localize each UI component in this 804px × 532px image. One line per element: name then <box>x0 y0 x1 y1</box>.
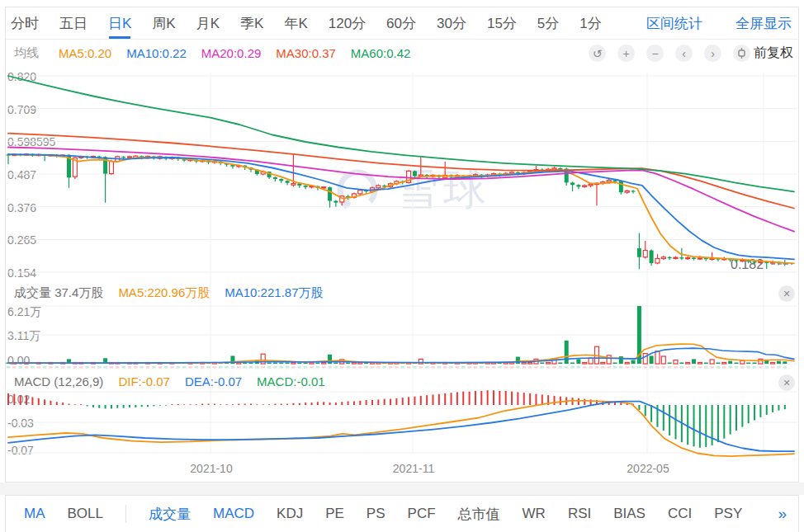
indicator-tab-BIAS[interactable]: BIAS <box>613 506 646 522</box>
chart-card: 分时五日日K周K月K季K年K120分60分30分15分5分1分 区间统计全屏显示… <box>5 7 799 483</box>
price-axis-tick: 0.265 <box>7 233 36 247</box>
indicator-tab-总市值[interactable]: 总市值 <box>458 505 500 524</box>
indicator-tab-MACD[interactable]: MACD <box>213 506 254 522</box>
panel-gap <box>0 483 804 495</box>
indicator-tab-WR[interactable]: WR <box>523 506 546 522</box>
tab-divider <box>125 505 126 523</box>
price-axis-tick: 0.154 <box>7 266 36 280</box>
indicator-tab-BOLL[interactable]: BOLL <box>68 506 103 522</box>
volume-axis-tick: 6.21万 <box>7 305 41 320</box>
time-axis-label: 2022-05 <box>627 462 669 475</box>
macd-axis-tick: 0.02 <box>7 393 30 406</box>
macd-axis-tick: -0.07 <box>7 444 34 457</box>
price-axis-tick: 0.487 <box>7 168 36 181</box>
macd-axis-tick: -0.03 <box>7 417 34 430</box>
price-axis-tick: 0.709 <box>7 103 36 116</box>
indicator-tab-bar: MABOLL成交量MACDKDJPEPSPCF总市值WRRSIBIASCCIPS… <box>5 495 799 532</box>
indicator-tab-PE[interactable]: PE <box>325 506 344 522</box>
price-axis-tick: 0.598595 <box>7 135 55 148</box>
indicator-tab-KDJ[interactable]: KDJ <box>277 506 303 522</box>
time-axis-label: 2021-11 <box>393 462 434 475</box>
indicator-tab-PS[interactable]: PS <box>367 506 385 522</box>
volume-axis-tick: 0.00 <box>7 354 30 367</box>
indicator-tab-MA[interactable]: MA <box>24 506 45 522</box>
indicator-tabs: MABOLL成交量MACDKDJPEPSPCF总市值WRRSIBIASCCIPS… <box>24 505 764 524</box>
axis-labels-layer: 0.8200.7090.5985950.4870.3760.2650.1546.… <box>6 7 798 482</box>
more-indicators-button[interactable]: » <box>778 505 787 523</box>
volume-axis-tick: 3.11万 <box>7 329 40 344</box>
indicator-tab-成交量[interactable]: 成交量 <box>149 505 191 524</box>
indicator-tab-PSY[interactable]: PSY <box>714 506 742 522</box>
price-axis-tick: 0.376 <box>7 201 36 214</box>
indicator-tab-RSI[interactable]: RSI <box>568 506 591 522</box>
price-axis-tick: 0.820 <box>7 70 36 83</box>
time-axis-label: 2021-10 <box>190 462 232 475</box>
indicator-tab-PCF[interactable]: PCF <box>408 506 436 522</box>
last-price-label: 0.182 <box>731 257 764 272</box>
indicator-tab-CCI[interactable]: CCI <box>668 506 692 522</box>
